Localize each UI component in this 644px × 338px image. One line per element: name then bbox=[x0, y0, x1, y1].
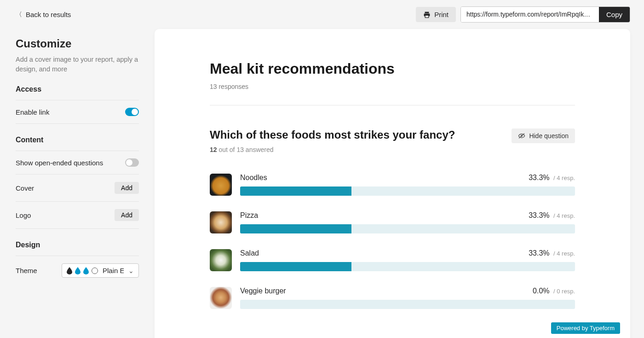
answer-stats: 0.0% / 0 resp. bbox=[533, 287, 575, 295]
print-button[interactable]: Print bbox=[416, 7, 456, 22]
answer-row: Noodles33.3% / 4 resp. bbox=[210, 174, 575, 196]
logo-add-button[interactable]: Add bbox=[115, 209, 139, 221]
theme-label: Theme bbox=[16, 267, 37, 274]
access-heading: Access bbox=[16, 85, 139, 100]
report-panel: Meal kit recommendations 13 responses Wh… bbox=[155, 29, 630, 338]
divider bbox=[210, 105, 575, 105]
answer-label: Pizza bbox=[240, 211, 258, 220]
sidebar-description: Add a cover image to your report, apply … bbox=[16, 55, 139, 74]
answer-body: Veggie burger0.0% / 0 resp. bbox=[240, 287, 575, 309]
svg-rect-2 bbox=[425, 15, 429, 17]
circle-outline-icon bbox=[92, 268, 98, 274]
question-answered-count: 12 out of 13 answered bbox=[210, 146, 455, 153]
answer-bar bbox=[240, 186, 575, 196]
drop-icon bbox=[67, 267, 72, 274]
svg-rect-0 bbox=[425, 12, 429, 13]
answered-suffix: out of 13 answered bbox=[217, 146, 274, 153]
answer-row: Pizza33.3% / 4 resp. bbox=[210, 211, 575, 233]
hide-question-button[interactable]: Hide question bbox=[512, 128, 575, 143]
answer-label: Noodles bbox=[240, 174, 267, 182]
open-ended-row: Show open-ended questions bbox=[16, 151, 139, 175]
answer-stats: 33.3% / 4 resp. bbox=[529, 249, 575, 257]
answer-row: Salad33.3% / 4 resp. bbox=[210, 249, 575, 271]
open-ended-label: Show open-ended questions bbox=[16, 159, 103, 167]
answer-bar bbox=[240, 262, 575, 271]
sidebar-title: Customize bbox=[16, 37, 139, 50]
cover-row: Cover Add bbox=[16, 175, 139, 202]
drop-icon bbox=[75, 267, 80, 274]
report-title: Meal kit recommendations bbox=[210, 60, 575, 77]
content-heading: Content bbox=[16, 136, 139, 151]
share-url-box: https://form.typeform.com/report/ImRpqIk… bbox=[460, 6, 630, 23]
answer-stats: 33.3% / 4 resp. bbox=[529, 211, 575, 220]
theme-select[interactable]: Plain E ⌄ bbox=[62, 263, 139, 278]
print-icon bbox=[423, 12, 431, 18]
copy-button[interactable]: Copy bbox=[599, 7, 630, 22]
answer-thumbnail bbox=[210, 211, 232, 233]
answer-bar-fill bbox=[240, 262, 351, 271]
logo-row: Logo Add bbox=[16, 202, 139, 229]
answer-body: Salad33.3% / 4 resp. bbox=[240, 249, 575, 271]
design-heading: Design bbox=[16, 241, 139, 256]
answer-bar bbox=[240, 224, 575, 233]
answered-number: 12 bbox=[210, 146, 217, 153]
answer-stats: 33.3% / 4 resp. bbox=[529, 174, 575, 182]
chevron-left-icon: 〈 bbox=[16, 11, 22, 19]
answer-thumbnail bbox=[210, 174, 232, 196]
answer-body: Pizza33.3% / 4 resp. bbox=[240, 211, 575, 233]
answer-bar-fill bbox=[240, 224, 351, 233]
answer-thumbnail bbox=[210, 249, 232, 271]
powered-by-badge[interactable]: Powered by Typeform bbox=[551, 322, 620, 334]
hide-question-label: Hide question bbox=[529, 132, 569, 140]
answer-bar bbox=[240, 300, 575, 309]
drop-icon bbox=[83, 267, 89, 274]
toggle-knob bbox=[126, 159, 132, 166]
enable-link-toggle[interactable] bbox=[125, 108, 139, 116]
theme-row: Theme Plain E ⌄ bbox=[16, 256, 139, 285]
answer-body: Noodles33.3% / 4 resp. bbox=[240, 174, 575, 196]
question-title: Which of these foods most strikes your f… bbox=[210, 128, 455, 141]
top-bar: 〈 Back to results Print https://form.typ… bbox=[0, 0, 644, 29]
customize-sidebar: Customize Add a cover image to your repo… bbox=[16, 29, 139, 285]
cover-label: Cover bbox=[16, 184, 34, 192]
answer-thumbnail bbox=[210, 287, 232, 309]
question-header: Which of these foods most strikes your f… bbox=[210, 128, 575, 153]
chevron-down-icon: ⌄ bbox=[128, 267, 134, 274]
share-url-input[interactable]: https://form.typeform.com/report/ImRpqIk… bbox=[461, 7, 599, 22]
eye-slash-icon bbox=[518, 133, 525, 139]
answers-list: Noodles33.3% / 4 resp.Pizza33.3% / 4 res… bbox=[210, 174, 575, 309]
answer-row: Veggie burger0.0% / 0 resp. bbox=[210, 287, 575, 309]
print-label: Print bbox=[434, 11, 448, 18]
answer-bar-fill bbox=[240, 186, 351, 196]
enable-link-row: Enable link bbox=[16, 100, 139, 124]
responses-count: 13 responses bbox=[210, 83, 575, 90]
open-ended-toggle[interactable] bbox=[125, 158, 139, 167]
back-to-results-link[interactable]: 〈 Back to results bbox=[16, 11, 71, 19]
cover-add-button[interactable]: Add bbox=[115, 182, 139, 194]
enable-link-label: Enable link bbox=[16, 108, 49, 116]
back-label: Back to results bbox=[26, 11, 71, 18]
answer-label: Salad bbox=[240, 249, 259, 257]
logo-label: Logo bbox=[16, 211, 31, 219]
toggle-knob bbox=[132, 109, 138, 115]
theme-name: Plain E bbox=[103, 267, 124, 274]
answer-label: Veggie burger bbox=[240, 287, 286, 295]
top-bar-actions: Print https://form.typeform.com/report/I… bbox=[416, 6, 630, 23]
